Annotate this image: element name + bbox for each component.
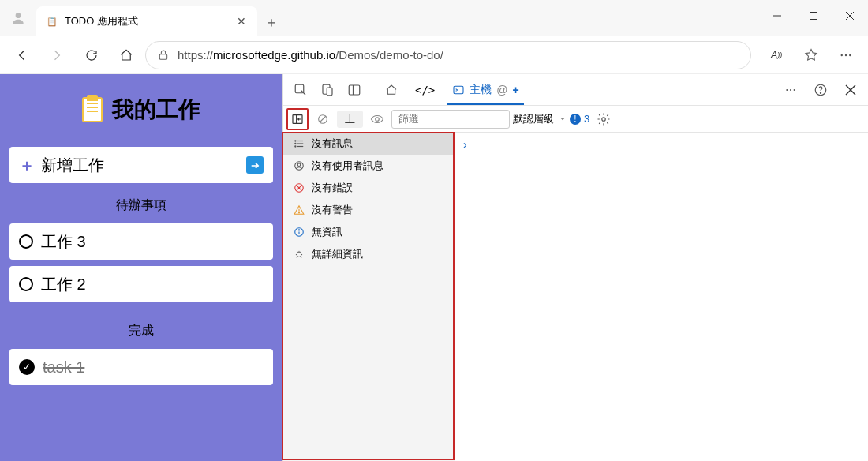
task-checked-icon[interactable]: ✓ <box>19 359 35 375</box>
task-checkbox-icon[interactable] <box>19 277 33 291</box>
svg-point-16 <box>790 88 791 90</box>
svg-rect-11 <box>327 88 332 96</box>
panel-layout-icon[interactable] <box>342 77 367 103</box>
sidebar-item-label: 沒有錯誤 <box>312 181 353 195</box>
sidebar-item-verbose[interactable]: 無詳細資訊 <box>283 243 455 265</box>
console-filter-input[interactable] <box>391 110 510 129</box>
log-levels-dropdown[interactable]: 默認層級 <box>513 112 567 126</box>
tab-close-icon[interactable]: ✕ <box>235 15 248 28</box>
minimize-button[interactable] <box>759 0 795 32</box>
browser-tab[interactable]: 📋 TODO 應用程式 ✕ <box>36 6 257 36</box>
read-aloud-button[interactable]: A)) <box>761 39 792 71</box>
error-icon <box>293 182 305 194</box>
tab-welcome[interactable] <box>377 75 406 105</box>
site-info-icon[interactable] <box>157 49 170 62</box>
add-task-label: 新增工作 <box>41 155 240 176</box>
sidebar-item-label: 無資訊 <box>312 225 342 239</box>
console-prompt-icon: › <box>463 138 467 151</box>
pending-header: 待辦事項 <box>9 191 273 216</box>
submit-icon[interactable]: ➔ <box>246 156 264 174</box>
page-header: 我的工作 <box>9 84 273 139</box>
url-field[interactable]: https://microsoftedge.github.io/Demos/de… <box>145 41 751 69</box>
sidebar-item-warnings[interactable]: 沒有警告 <box>283 199 455 221</box>
tab-favicon-icon: 📋 <box>46 15 58 28</box>
sidebar-item-label: 沒有警告 <box>312 203 353 217</box>
svg-point-8 <box>849 54 851 55</box>
svg-rect-14 <box>454 86 463 93</box>
tab-strip: 📋 TODO 應用程式 ✕ ＋ <box>36 0 759 36</box>
maximize-button[interactable] <box>795 0 832 32</box>
task-checkbox-icon[interactable] <box>19 234 33 249</box>
svg-rect-2 <box>810 13 817 20</box>
task-item[interactable]: 工作 3 <box>9 223 273 260</box>
svg-rect-12 <box>349 85 360 95</box>
sidebar-item-errors[interactable]: 沒有錯誤 <box>283 177 455 199</box>
task-item[interactable]: 工作 2 <box>9 266 273 302</box>
execution-context-selector[interactable]: 上 <box>337 111 363 128</box>
bug-icon <box>293 248 305 260</box>
svg-point-27 <box>602 117 606 121</box>
forward-button[interactable] <box>41 39 73 71</box>
page-title: 我的工作 <box>112 95 200 125</box>
sidebar-item-label: 沒有訊息 <box>312 137 353 151</box>
tab-elements[interactable]: </> <box>407 75 443 105</box>
console-body: 沒有訊息沒有使用者訊息沒有錯誤沒有警告無資訊無詳細資訊 › <box>283 133 868 461</box>
user-icon <box>293 159 305 172</box>
console-output[interactable]: › <box>455 133 868 461</box>
window-controls <box>759 0 868 32</box>
live-expression-icon[interactable] <box>366 108 388 130</box>
task-label: 工作 3 <box>41 231 86 253</box>
home-button[interactable] <box>110 39 142 71</box>
console-settings-icon[interactable] <box>593 108 615 130</box>
console-sidebar: 沒有訊息沒有使用者訊息沒有錯誤沒有警告無資訊無詳細資訊 <box>283 133 455 461</box>
title-bar: 📋 TODO 應用程式 ✕ ＋ <box>0 0 868 36</box>
console-toolbar: 上 默認層級 ! 3 <box>283 106 868 133</box>
issues-icon: ! <box>570 114 581 125</box>
devtools-more-icon[interactable] <box>778 77 803 103</box>
svg-point-35 <box>297 163 301 167</box>
issues-badge[interactable]: ! 3 <box>570 113 589 125</box>
console-sidebar-toggle[interactable] <box>286 108 309 130</box>
svg-point-17 <box>794 88 795 90</box>
sidebar-item-label: 無詳細資訊 <box>312 247 363 261</box>
sidebar-item-label: 沒有使用者訊息 <box>312 159 383 173</box>
devtools-close-icon[interactable] <box>838 77 863 103</box>
devtools-help-icon[interactable] <box>808 77 833 103</box>
refresh-button[interactable] <box>76 39 107 71</box>
menu-button[interactable] <box>830 39 862 71</box>
sidebar-item-user[interactable]: 沒有使用者訊息 <box>283 155 455 177</box>
info-icon <box>293 226 305 238</box>
task-label: task 1 <box>43 358 84 377</box>
task-item-done[interactable]: ✓task 1 <box>9 349 273 385</box>
sidebar-item-info[interactable]: 無資訊 <box>283 221 455 243</box>
new-tab-button[interactable]: ＋ <box>257 8 286 36</box>
add-task-input[interactable]: ＋ 新增工作 ➔ <box>9 147 273 183</box>
close-window-button[interactable] <box>832 0 868 32</box>
task-label: 工作 2 <box>41 274 86 295</box>
sidebar-item-messages[interactable]: 沒有訊息 <box>283 133 455 155</box>
svg-point-7 <box>845 54 847 55</box>
main-content: 我的工作 ＋ 新增工作 ➔ 待辦事項 工作 3工作 2 完成 ✓task 1 <… <box>0 74 868 461</box>
device-emulation-icon[interactable] <box>315 77 340 103</box>
clear-console-icon[interactable] <box>312 108 334 130</box>
profile-icon[interactable] <box>0 0 36 36</box>
svg-line-25 <box>320 116 326 122</box>
svg-point-26 <box>376 117 380 121</box>
svg-point-33 <box>295 146 296 147</box>
page-pane: 我的工作 ＋ 新增工作 ➔ 待辦事項 工作 3工作 2 完成 ✓task 1 <box>0 74 282 461</box>
favorite-button[interactable] <box>795 39 827 71</box>
tab-console[interactable]: 主機 @ + <box>444 75 526 105</box>
add-tab-icon[interactable]: + <box>513 84 519 96</box>
inspect-element-icon[interactable] <box>288 77 313 103</box>
url-text: https://microsoftedge.github.io/Demos/de… <box>178 48 443 62</box>
svg-point-15 <box>786 88 788 90</box>
svg-rect-5 <box>159 54 166 59</box>
svg-point-32 <box>295 143 296 144</box>
svg-point-19 <box>820 92 821 93</box>
warning-icon <box>293 204 305 216</box>
devtools-tabbar: </> 主機 @ + <box>283 74 868 106</box>
back-button[interactable] <box>6 39 38 71</box>
svg-point-44 <box>297 253 301 257</box>
done-header: 完成 <box>9 317 273 341</box>
svg-point-40 <box>299 212 300 213</box>
